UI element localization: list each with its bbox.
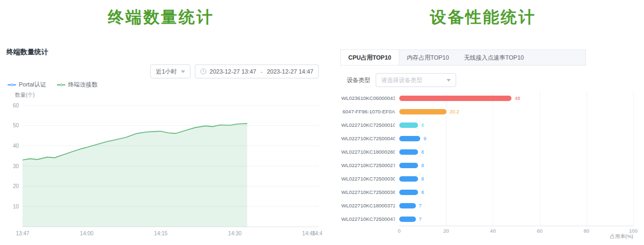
legend-line-icon [57, 84, 65, 85]
legend-item-0[interactable]: Portal认证 [8, 82, 46, 88]
device-label: WL022710KC725000470 [341, 216, 395, 222]
cpu-usage-bar [399, 217, 416, 222]
page-root: { "titles": { "left": "终端数量统计", "right":… [0, 0, 644, 245]
date-end: 2023-12-27 14:47 [267, 68, 313, 75]
x-axis-title: 占用率(%) [399, 233, 633, 240]
device-label: WL022710KC725000409 [341, 135, 395, 141]
bar-row: WL022710KC180002808 [341, 145, 640, 158]
date-start: 2023-12-27 13:47 [210, 68, 257, 75]
chevron-down-icon [447, 79, 451, 82]
svg-text:60: 60 [13, 103, 19, 109]
legend-label: Portal认证 [19, 82, 46, 88]
bar-row: WL023610KC0600004348 [341, 91, 640, 105]
bar-value-label: 7 [419, 217, 422, 222]
bar-row: WL022710KC7250001028 [341, 118, 640, 132]
svg-text:40: 40 [13, 143, 19, 149]
bar-value-label: 8 [421, 176, 424, 182]
bar-value-label: 48 [515, 96, 520, 101]
device-performance-panel: CPU占用TOP10内存占用TOP10无线接入点速率TOP10 设备类型 请选择… [339, 49, 642, 245]
device-type-filter: 设备类型 请选择设备类型 [347, 73, 456, 87]
cpu-top10-bar-chart: 占用率(%) WL023610KC06000043486047-FF96-107… [341, 91, 640, 243]
x-axis-tick: 100 [629, 228, 638, 234]
svg-text:14:15: 14:15 [154, 230, 167, 236]
device-label: WL022710KC725000307 [341, 176, 395, 182]
bar-row: WL022710KC7250002728 [341, 158, 640, 172]
bar-value-label: 7 [419, 203, 422, 208]
device-label: WL023610KC06000043 [341, 95, 395, 101]
cpu-usage-bar [399, 176, 418, 182]
cpu-usage-bar [399, 96, 511, 101]
x-axis-tick: 40 [490, 228, 496, 234]
cpu-usage-bar [399, 203, 416, 208]
bar-row: WL022710KC7250004099 [341, 132, 640, 145]
svg-text:30: 30 [13, 163, 19, 169]
tab-cpu[interactable]: CPU占用TOP10 [341, 50, 399, 65]
tab-memory[interactable]: 内存占用TOP10 [399, 50, 457, 65]
svg-text:20: 20 [13, 183, 19, 189]
chart-legend: Portal认证终端连接数 [8, 82, 98, 88]
device-label: WL022710KC725000272 [341, 162, 395, 168]
bar-row: WL022710KC7250003078 [341, 172, 640, 185]
left-section-title: 终端数量统计 [0, 6, 322, 28]
cpu-usage-bar [399, 190, 418, 195]
svg-text:10: 10 [13, 204, 19, 210]
svg-text:14:47: 14:47 [312, 230, 322, 236]
bar-row: WL022710KC180003727 [341, 199, 640, 212]
x-axis-tick: 60 [537, 228, 543, 234]
bar-value-label: 8 [421, 163, 424, 168]
bar-value-label: 20.2 [450, 109, 459, 114]
svg-text:14:30: 14:30 [228, 230, 241, 236]
date-separator: - [259, 68, 264, 75]
bar-value-label: 8 [421, 122, 424, 128]
terminal-area-chart: 10203040506013:4714:0014:1514:3014:4514:… [6, 99, 322, 241]
device-label: WL022710KC725000102 [341, 122, 395, 128]
date-range-picker[interactable]: 2023-12-27 13:47 - 2023-12-27 14:47 [195, 64, 319, 78]
x-axis-tick: 80 [584, 228, 590, 234]
legend-line-icon [8, 84, 16, 85]
cpu-usage-bar [399, 136, 420, 141]
time-range-value: 近1小时 [156, 68, 177, 76]
x-axis-tick: 20 [443, 228, 449, 234]
cpu-usage-bar [399, 149, 418, 155]
cpu-usage-bar [399, 163, 418, 168]
bar-row: WL022710KC7250004707 [341, 212, 640, 226]
terminal-area-chart-svg: 10203040506013:4714:0014:1514:3014:4514:… [6, 99, 322, 241]
device-type-select[interactable]: 请选择设备类型 [376, 73, 456, 87]
cpu-usage-bar [399, 109, 447, 114]
tab-wireless[interactable]: 无线接入点速率TOP10 [457, 50, 532, 65]
device-type-placeholder: 请选择设备类型 [381, 76, 422, 84]
device-label: WL022710KC18000280 [341, 149, 395, 155]
device-label: WL022710KC18000372 [341, 203, 395, 208]
legend-item-1[interactable]: 终端连接数 [57, 82, 98, 88]
svg-text:14:00: 14:00 [80, 230, 93, 236]
chevron-down-icon [181, 70, 185, 73]
x-axis-tick: 0 [398, 228, 400, 234]
right-section-title: 设备性能统计 [322, 6, 644, 28]
performance-tabs: CPU占用TOP10内存占用TOP10无线接入点速率TOP10 [340, 49, 586, 66]
bar-row: 6047-FF96-1070-EF0A20.2 [341, 105, 640, 118]
bar-value-label: 8 [421, 190, 424, 195]
bar-value-label: 9 [423, 136, 426, 141]
svg-text:13:47: 13:47 [16, 230, 29, 236]
clock-icon [200, 68, 207, 75]
chart-controls: 近1小时 2023-12-27 13:47 - 2023-12-27 14:47 [150, 64, 319, 78]
bar-value-label: 8 [421, 149, 424, 155]
cpu-usage-bar [399, 122, 418, 128]
svg-text:50: 50 [13, 122, 19, 128]
device-label: WL022710KC725000369 [341, 189, 395, 195]
y-axis-title: 数量(个) [15, 91, 35, 99]
device-type-label: 设备类型 [347, 76, 370, 84]
x-axis-line [399, 226, 633, 226]
panel-title: 终端数量统计 [6, 47, 322, 57]
bar-row: WL022710KC7250003698 [341, 185, 640, 199]
terminal-stats-panel: 终端数量统计 近1小时 2023-12-27 13:47 - 2023-12-2… [6, 47, 322, 243]
legend-label: 终端连接数 [68, 82, 98, 88]
time-range-select[interactable]: 近1小时 [150, 64, 190, 78]
device-label: 6047-FF96-1070-EF0A [341, 109, 395, 114]
